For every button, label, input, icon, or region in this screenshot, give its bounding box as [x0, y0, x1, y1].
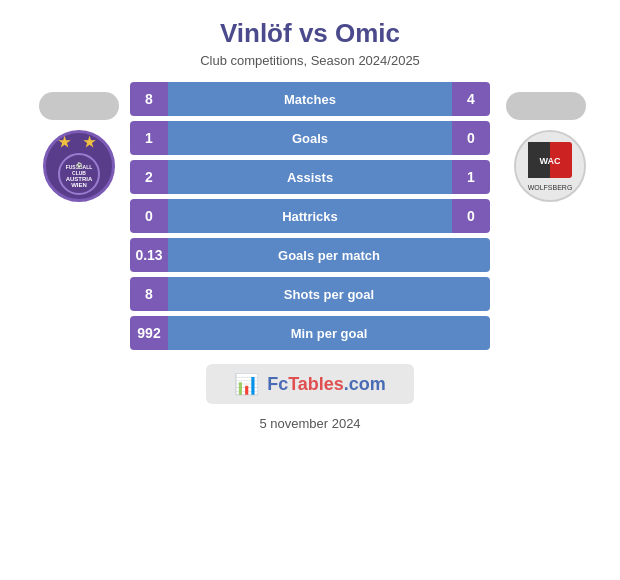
stat-row-goals: 1 Goals 0: [130, 121, 490, 155]
main-section: ★ ★ FUSSBALL CLUB AUSTRIA WIEN ⚽ 8 Match…: [20, 82, 600, 350]
stat-left-min-per-goal: 992: [130, 316, 168, 350]
stat-label-matches: Matches: [168, 82, 452, 116]
stat-left-hattricks: 0: [130, 199, 168, 233]
stat-row-assists: 2 Assists 1: [130, 160, 490, 194]
stat-right-hattricks: 0: [452, 199, 490, 233]
stat-left-assists: 2: [130, 160, 168, 194]
footer-date: 5 november 2024: [259, 416, 360, 431]
stat-label-min-per-goal: Min per goal: [168, 316, 490, 350]
stat-label-shots-per-goal: Shots per goal: [168, 277, 490, 311]
stat-row-goals-per-match: 0.13 Goals per match: [130, 238, 490, 272]
stat-row-hattricks: 0 Hattricks 0: [130, 199, 490, 233]
wac-emblem: WAC WOLFSBERG: [516, 132, 584, 200]
left-oval-decoration: [39, 92, 119, 120]
right-oval-decoration: [506, 92, 586, 120]
match-subtitle: Club competitions, Season 2024/2025: [200, 53, 420, 68]
card: Vinlöf vs Omic Club competitions, Season…: [0, 0, 620, 580]
stat-row-shots-per-goal: 8 Shots per goal: [130, 277, 490, 311]
stat-row-min-per-goal: 992 Min per goal: [130, 316, 490, 350]
svg-text:⚽: ⚽: [76, 162, 83, 169]
stars: ★ ★: [58, 134, 100, 151]
brand-box: 📊 FcTables.com: [206, 364, 414, 404]
stat-label-hattricks: Hattricks: [168, 199, 452, 233]
stat-left-goals-per-match: 0.13: [130, 238, 168, 272]
austria-emblem: FUSSBALL CLUB AUSTRIA WIEN ⚽: [58, 153, 100, 195]
svg-text:WOLFSBERG: WOLFSBERG: [528, 184, 573, 191]
stat-left-shots-per-goal: 8: [130, 277, 168, 311]
austria-logo: ★ ★ FUSSBALL CLUB AUSTRIA WIEN ⚽: [43, 130, 115, 202]
brand-icon: 📊: [234, 372, 259, 396]
match-title: Vinlöf vs Omic: [220, 18, 400, 49]
stat-right-assists: 1: [452, 160, 490, 194]
stat-right-goals: 0: [452, 121, 490, 155]
stat-left-matches: 8: [130, 82, 168, 116]
stat-right-matches: 4: [452, 82, 490, 116]
stat-label-goals-per-match: Goals per match: [168, 238, 490, 272]
right-team-section: WAC WOLFSBERG: [496, 82, 586, 202]
stat-label-goals: Goals: [168, 121, 452, 155]
stat-row-matches: 8 Matches 4: [130, 82, 490, 116]
stat-left-goals: 1: [130, 121, 168, 155]
brand-text: FcTables.com: [267, 374, 386, 395]
wac-logo: WAC WOLFSBERG: [514, 130, 586, 202]
stats-section: 8 Matches 4 1 Goals 0 2 Assists 1 0 Hatt…: [130, 82, 490, 350]
svg-text:WAC: WAC: [540, 156, 561, 166]
svg-text:WIEN: WIEN: [71, 182, 87, 188]
left-team-section: ★ ★ FUSSBALL CLUB AUSTRIA WIEN ⚽: [34, 82, 124, 202]
stat-label-assists: Assists: [168, 160, 452, 194]
